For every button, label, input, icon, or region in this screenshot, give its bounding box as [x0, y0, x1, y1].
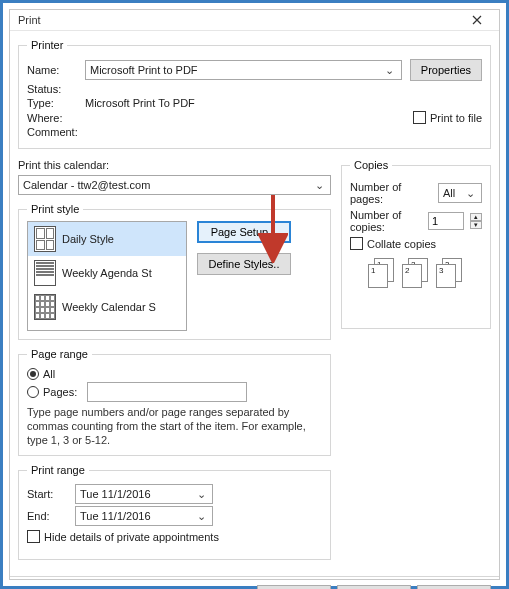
page-range-all-radio[interactable]: All [27, 368, 322, 380]
status-label: Status: [27, 83, 85, 95]
printer-name-value: Microsoft Print to PDF [90, 64, 198, 76]
copies-legend: Copies [350, 159, 392, 171]
window-title: Print [18, 14, 41, 26]
chevron-down-icon: ⌄ [383, 64, 397, 77]
printer-group: Printer Name: Microsoft Print to PDF ⌄ P… [18, 39, 491, 149]
num-copies-input[interactable] [428, 212, 464, 230]
print-style-group: Print style Daily Style Weekly Agenda St [18, 203, 331, 340]
pages-label: Pages: [43, 386, 83, 398]
close-button[interactable] [461, 10, 493, 30]
where-label: Where: [27, 112, 85, 124]
weekly-agenda-icon [34, 260, 56, 286]
checkbox-icon [350, 237, 363, 250]
checkbox-icon [27, 530, 40, 543]
radio-icon [27, 368, 39, 380]
properties-button[interactable]: Properties [410, 59, 482, 81]
page-range-pages-radio[interactable]: Pages: [27, 382, 322, 402]
copies-group: Copies Number of pages: All ⌄ Number of … [341, 159, 491, 329]
page-setup-button[interactable]: Page Setup... [197, 221, 291, 243]
print-to-file-checkbox[interactable]: Print to file [413, 111, 482, 124]
preview-button[interactable]: Preview [337, 585, 411, 589]
print-style-legend: Print style [27, 203, 83, 215]
hide-details-label: Hide details of private appointments [44, 531, 219, 543]
style-item-weekly-agenda[interactable]: Weekly Agenda St [28, 256, 186, 290]
chevron-down-icon: ⌄ [312, 179, 326, 192]
chevron-down-icon: ⌄ [194, 488, 208, 501]
pages-input[interactable] [87, 382, 247, 402]
chevron-down-icon: ⌄ [194, 510, 208, 523]
collate-checkbox[interactable]: Collate copies [350, 237, 482, 250]
num-pages-select[interactable]: All ⌄ [438, 183, 482, 203]
style-item-label: Weekly Calendar S [62, 301, 156, 313]
cancel-button[interactable]: Cancel [417, 585, 491, 589]
print-to-file-label: Print to file [430, 112, 482, 124]
type-value: Microsoft Print To PDF [85, 97, 195, 109]
start-date-value: Tue 11/1/2016 [80, 488, 151, 500]
page-range-legend: Page range [27, 348, 92, 360]
printer-name-select[interactable]: Microsoft Print to PDF ⌄ [85, 60, 402, 80]
print-dialog: Print Printer Name: Microsoft Print to P… [9, 9, 500, 580]
style-item-daily[interactable]: Daily Style [28, 222, 186, 256]
print-button[interactable]: Print [257, 585, 331, 589]
collate-label: Collate copies [367, 238, 436, 250]
num-pages-value: All [443, 187, 455, 199]
style-item-weekly-calendar[interactable]: Weekly Calendar S [28, 290, 186, 324]
comment-label: Comment: [27, 126, 85, 138]
all-label: All [43, 368, 55, 380]
style-listbox[interactable]: Daily Style Weekly Agenda St Weekly Cale… [27, 221, 187, 331]
num-copies-spinner[interactable]: ▴▾ [470, 213, 482, 229]
name-label: Name: [27, 64, 85, 76]
printer-legend: Printer [27, 39, 67, 51]
start-label: Start: [27, 488, 75, 500]
print-range-legend: Print range [27, 464, 89, 476]
calendar-label: Print this calendar: [18, 159, 331, 171]
style-item-label: Weekly Agenda St [62, 267, 152, 279]
calendar-select[interactable]: Calendar - ttw2@test.com ⌄ [18, 175, 331, 195]
print-range-group: Print range Start: Tue 11/1/2016 ⌄ End: [18, 464, 331, 560]
chevron-down-icon: ⌄ [463, 187, 477, 200]
collate-graphic: 11 22 33 [350, 258, 482, 288]
dialog-footer: Print Preview Cancel [10, 576, 499, 589]
page-range-hint: Type page numbers and/or page ranges sep… [27, 406, 322, 447]
daily-style-icon [34, 226, 56, 252]
type-label: Type: [27, 97, 85, 109]
spin-up-icon: ▴ [470, 213, 482, 221]
hide-details-checkbox[interactable]: Hide details of private appointments [27, 530, 322, 543]
end-date-value: Tue 11/1/2016 [80, 510, 151, 522]
titlebar: Print [10, 10, 499, 31]
spin-down-icon: ▾ [470, 221, 482, 229]
end-label: End: [27, 510, 75, 522]
end-date-select[interactable]: Tue 11/1/2016 ⌄ [75, 506, 213, 526]
num-copies-label: Number of copies: [350, 209, 422, 233]
start-date-select[interactable]: Tue 11/1/2016 ⌄ [75, 484, 213, 504]
num-pages-label: Number of pages: [350, 181, 432, 205]
close-icon [472, 15, 482, 25]
style-item-label: Daily Style [62, 233, 114, 245]
define-styles-button[interactable]: Define Styles.. [197, 253, 291, 275]
radio-icon [27, 386, 39, 398]
weekly-calendar-icon [34, 294, 56, 320]
checkbox-icon [413, 111, 426, 124]
page-range-group: Page range All Pages: Type page numbers … [18, 348, 331, 456]
calendar-value: Calendar - ttw2@test.com [23, 179, 150, 191]
